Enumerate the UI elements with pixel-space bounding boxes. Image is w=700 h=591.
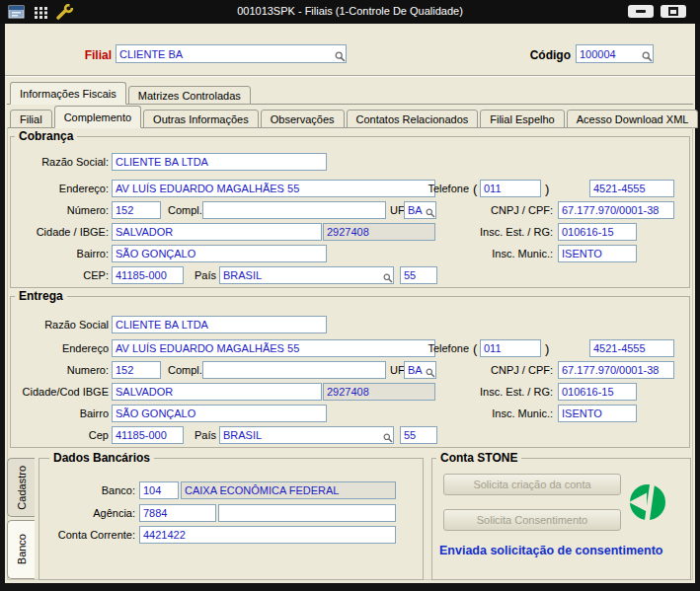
ent-pais-label: País xyxy=(194,429,216,441)
tab-contatos-relacionados[interactable]: Contatos Relacionados xyxy=(347,110,479,128)
header-separator xyxy=(5,75,695,77)
ent-cep-input[interactable] xyxy=(112,426,184,444)
ent-telefone-numero-input[interactable] xyxy=(589,339,674,357)
ent-ibge-input xyxy=(323,383,435,401)
form-icon[interactable] xyxy=(8,5,25,19)
cob-pais-label: País xyxy=(194,269,216,281)
top-tabbar: Informações Fiscais Matrizes Controladas xyxy=(7,81,693,105)
tab-filial-espelho[interactable]: Filial Espelho xyxy=(480,110,564,128)
cob-numero-input[interactable] xyxy=(112,201,161,219)
cob-uf-field xyxy=(404,201,436,219)
cob-ibge-input xyxy=(323,223,435,241)
cob-compl-input[interactable] xyxy=(202,201,386,219)
filial-field xyxy=(116,44,347,63)
ent-pais-codigo-input[interactable] xyxy=(400,426,437,444)
stone-status-text: Enviada solicitação de consentimento xyxy=(439,544,662,557)
lookup-icon[interactable] xyxy=(335,51,346,62)
lookup-icon[interactable] xyxy=(383,433,393,443)
minimize-button[interactable] xyxy=(628,5,654,18)
cob-cep-input[interactable] xyxy=(112,266,184,284)
cobranca-title: Cobrança xyxy=(15,129,77,143)
main-tabbar: Filial Complemento Outras Informações Ob… xyxy=(7,105,693,128)
cob-cep-label: CEP: xyxy=(13,269,109,281)
ent-cnpj-input[interactable] xyxy=(558,361,674,379)
conta-stone-title: Conta STONE xyxy=(436,451,521,465)
paren-open: ( xyxy=(473,341,477,356)
cob-pais-input[interactable] xyxy=(219,266,394,284)
side-tab-banco[interactable]: Banco xyxy=(7,520,35,579)
entrega-title: Entrega xyxy=(15,289,67,303)
side-tab-cadastro[interactable]: Cadastro xyxy=(7,458,35,517)
codigo-label: Código xyxy=(504,48,571,62)
ent-endereco-label: Endereço xyxy=(13,342,109,354)
tab-matrizes-controladas[interactable]: Matrizes Controladas xyxy=(128,86,251,105)
lookup-icon[interactable] xyxy=(383,273,393,283)
ent-cidade-input[interactable] xyxy=(112,383,322,401)
app-window: 001013SPK - Filiais (1-Controle De Quali… xyxy=(0,0,700,591)
cob-telefone-ddd-input[interactable] xyxy=(480,180,541,197)
conta-corrente-label: Conta Corrente: xyxy=(42,529,135,541)
ent-razao-input[interactable] xyxy=(112,316,327,333)
filial-input[interactable] xyxy=(116,44,347,63)
ent-endereco-input[interactable] xyxy=(112,339,435,357)
banco-codigo-input[interactable] xyxy=(139,481,179,499)
cob-razao-label: Razão Social: xyxy=(13,156,109,168)
cob-pais-field xyxy=(219,266,394,284)
cob-cnpj-input[interactable] xyxy=(558,201,674,219)
cob-compl-label: Compl. xyxy=(168,204,202,216)
cob-bairro-input[interactable] xyxy=(112,245,327,262)
cob-insc-mun-input[interactable] xyxy=(558,245,637,262)
ent-bairro-input[interactable] xyxy=(112,405,327,422)
cob-insc-mun-label: Insc. Munic.: xyxy=(439,248,553,259)
tab-observacoes[interactable]: Observações xyxy=(261,110,345,128)
lookup-icon[interactable] xyxy=(426,208,435,218)
tab-complemento[interactable]: Complemento xyxy=(54,106,141,128)
client-area: Filial Código Informações Fiscais Matriz… xyxy=(5,24,695,583)
agencia-label: Agência: xyxy=(42,507,135,519)
wrench-icon[interactable] xyxy=(56,4,74,20)
ent-insc-est-label: Insc. Est. / RG: xyxy=(439,386,553,398)
ent-uf-label: UF xyxy=(390,364,405,376)
ent-bairro-label: Bairro xyxy=(13,407,109,419)
lookup-icon[interactable] xyxy=(426,368,435,378)
ent-cnpj-label: CNPJ / CPF: xyxy=(439,364,553,376)
cob-cnpj-label: CNPJ / CPF: xyxy=(439,204,553,216)
titlebar: 001013SPK - Filiais (1-Controle De Quali… xyxy=(0,0,700,24)
cob-numero-label: Número: xyxy=(13,204,109,216)
tab-outras-informacoes[interactable]: Outras Informações xyxy=(143,110,259,128)
cob-insc-est-input[interactable] xyxy=(558,223,637,241)
titlebar-icons xyxy=(8,4,74,20)
solicita-criacao-button[interactable]: Solicita criação da conta xyxy=(443,474,621,495)
stone-logo-icon xyxy=(627,481,668,523)
ent-cep-label: Cep xyxy=(13,429,109,441)
cob-razao-input[interactable] xyxy=(112,153,327,171)
ent-uf-field xyxy=(404,361,436,379)
solicita-consentimento-button[interactable]: Solicita Consentimento xyxy=(443,509,621,531)
cob-cidade-input[interactable] xyxy=(112,223,322,241)
ent-insc-est-input[interactable] xyxy=(558,383,637,401)
apps-grid-icon[interactable] xyxy=(34,6,47,19)
maximize-button[interactable] xyxy=(661,5,686,18)
tab-informacoes-fiscais[interactable]: Informações Fiscais xyxy=(10,82,126,105)
lookup-icon[interactable] xyxy=(642,51,653,62)
titlebar-buttons xyxy=(628,5,686,18)
banco-nome-input xyxy=(181,481,396,499)
side-tab-banco-label: Banco xyxy=(16,534,28,564)
tab-acesso-download-xml[interactable]: Acesso Download XML xyxy=(567,110,699,128)
agencia-extra-input[interactable] xyxy=(218,504,396,522)
cob-cidade-label: Cidade / IBGE: xyxy=(13,226,109,238)
ent-pais-field xyxy=(219,426,394,444)
ent-pais-input[interactable] xyxy=(219,426,394,444)
tab-filial[interactable]: Filial xyxy=(10,110,52,128)
cob-pais-codigo-input[interactable] xyxy=(400,266,437,284)
ent-insc-mun-input[interactable] xyxy=(558,405,637,422)
cob-telefone-numero-input[interactable] xyxy=(589,180,674,197)
cob-endereco-input[interactable] xyxy=(112,180,435,197)
ent-insc-mun-label: Insc. Munic.: xyxy=(439,407,553,419)
ent-compl-label: Compl. xyxy=(168,364,202,376)
conta-corrente-input[interactable] xyxy=(139,526,396,544)
ent-numero-input[interactable] xyxy=(112,361,161,379)
ent-compl-input[interactable] xyxy=(202,361,386,379)
agencia-input[interactable] xyxy=(139,504,216,522)
ent-telefone-ddd-input[interactable] xyxy=(480,339,541,357)
